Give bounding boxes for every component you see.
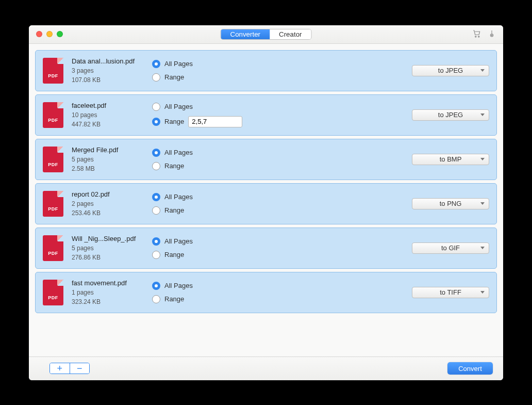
page-options: All Pages Range <box>152 282 193 303</box>
file-row[interactable]: PDF report 02.pdf 2 pages 253.46 KB All … <box>35 183 497 224</box>
pdf-icon: PDF <box>43 191 63 217</box>
format-column: to BMP <box>412 154 489 165</box>
file-size: 447.82 KB <box>72 121 144 128</box>
page-options: All Pages Range <box>152 193 193 215</box>
file-meta: Will _Nig...Sleep_.pdf 5 pages 276.86 KB <box>72 235 144 261</box>
page-options: All Pages Range <box>152 149 193 170</box>
label-all-pages: All Pages <box>164 193 193 201</box>
zoom-icon[interactable] <box>57 31 63 37</box>
format-value: to TIFF <box>440 288 461 296</box>
label-range: Range <box>164 73 184 81</box>
page-options: All Pages Range <box>152 60 193 82</box>
file-row[interactable]: PDF Merged File.pdf 5 pages 2.58 MB All … <box>35 139 497 180</box>
label-range: Range <box>164 295 184 303</box>
radio-range[interactable] <box>152 118 160 126</box>
mode-segmented-control: Converter Creator <box>221 29 312 40</box>
tab-converter[interactable]: Converter <box>221 29 270 39</box>
format-value: to PNG <box>440 200 462 207</box>
format-column: to JPEG <box>412 65 489 76</box>
label-all-pages: All Pages <box>164 237 193 245</box>
file-name: faceleet.pdf <box>72 102 144 109</box>
radio-all-pages[interactable] <box>152 193 160 201</box>
label-range: Range <box>164 251 184 258</box>
cart-icon[interactable] <box>472 29 481 40</box>
svg-point-1 <box>478 36 479 37</box>
tab-creator[interactable]: Creator <box>270 29 311 39</box>
file-pages: 3 pages <box>72 67 144 74</box>
file-size: 323.24 KB <box>72 298 144 305</box>
file-row[interactable]: PDF fast movement.pdf 1 pages 323.24 KB … <box>35 272 497 313</box>
radio-range[interactable] <box>152 295 160 303</box>
format-column: to JPEG <box>412 109 489 121</box>
format-dropdown[interactable]: to JPEG <box>412 65 489 76</box>
convert-button[interactable]: Convert <box>447 362 493 375</box>
file-name: fast movement.pdf <box>72 279 144 287</box>
format-value: to GIF <box>441 244 460 252</box>
file-size: 107.08 KB <box>72 76 144 84</box>
file-row[interactable]: PDF Data anal...lusion.pdf 3 pages 107.0… <box>35 50 497 91</box>
file-row[interactable]: PDF Will _Nig...Sleep_.pdf 5 pages 276.8… <box>35 228 497 269</box>
file-list: PDF Data anal...lusion.pdf 3 pages 107.0… <box>29 44 503 357</box>
format-column: to PNG <box>412 198 489 209</box>
label-range: Range <box>164 206 184 214</box>
radio-all-pages[interactable] <box>152 237 160 246</box>
radio-range[interactable] <box>152 162 160 170</box>
file-meta: faceleet.pdf 10 pages 447.82 KB <box>72 102 144 128</box>
radio-range[interactable] <box>152 251 160 259</box>
file-row[interactable]: PDF faceleet.pdf 10 pages 447.82 KB All … <box>35 94 497 136</box>
radio-all-pages[interactable] <box>152 282 160 290</box>
format-dropdown[interactable]: to JPEG <box>412 109 489 121</box>
svg-point-3 <box>491 35 492 36</box>
file-pages: 1 pages <box>72 289 144 296</box>
file-meta: Merged File.pdf 5 pages 2.58 MB <box>72 146 144 172</box>
format-dropdown[interactable]: to GIF <box>412 242 489 254</box>
file-name: Merged File.pdf <box>72 146 144 154</box>
radio-all-pages[interactable] <box>152 60 160 68</box>
file-size: 276.86 KB <box>72 254 144 261</box>
radio-range[interactable] <box>152 206 160 215</box>
format-dropdown[interactable]: to BMP <box>412 154 489 165</box>
pdf-icon: PDF <box>43 280 63 305</box>
label-all-pages: All Pages <box>164 149 193 156</box>
file-meta: Data anal...lusion.pdf 3 pages 107.08 KB <box>72 57 144 84</box>
file-name: report 02.pdf <box>72 190 144 198</box>
label-all-pages: All Pages <box>164 103 193 110</box>
thermometer-icon[interactable] <box>488 29 496 40</box>
label-range: Range <box>164 118 184 125</box>
file-meta: report 02.pdf 2 pages 253.46 KB <box>72 190 144 217</box>
titlebar: Converter Creator <box>29 25 503 44</box>
label-all-pages: All Pages <box>164 60 193 68</box>
range-input[interactable] <box>188 116 242 127</box>
format-column: to TIFF <box>412 287 489 298</box>
page-options: All Pages Range <box>152 237 193 259</box>
add-file-button[interactable]: + <box>50 363 70 374</box>
file-name: Data anal...lusion.pdf <box>72 57 144 65</box>
radio-range[interactable] <box>152 73 160 82</box>
pdf-icon: PDF <box>43 147 63 172</box>
file-size: 253.46 KB <box>72 209 144 217</box>
file-pages: 10 pages <box>72 111 144 119</box>
radio-all-pages[interactable] <box>152 103 160 111</box>
format-value: to JPEG <box>438 111 463 119</box>
svg-point-0 <box>475 36 476 37</box>
remove-file-button[interactable]: − <box>70 363 90 374</box>
label-all-pages: All Pages <box>164 282 193 289</box>
format-dropdown[interactable]: to TIFF <box>412 287 489 298</box>
file-pages: 5 pages <box>72 245 144 252</box>
file-name: Will _Nig...Sleep_.pdf <box>72 235 144 242</box>
window-controls <box>36 31 63 37</box>
format-dropdown[interactable]: to PNG <box>412 198 489 209</box>
add-remove-control: + − <box>49 363 90 374</box>
pdf-icon: PDF <box>43 235 63 261</box>
pdf-icon: PDF <box>43 58 63 84</box>
close-icon[interactable] <box>36 31 42 37</box>
minimize-icon[interactable] <box>46 31 53 37</box>
app-window: Converter Creator PDF Data anal...lusion… <box>29 25 503 380</box>
format-value: to JPEG <box>438 67 463 74</box>
footer: + − Convert <box>29 357 503 380</box>
file-size: 2.58 MB <box>72 165 144 172</box>
page-options: All Pages Range <box>152 103 242 127</box>
file-pages: 2 pages <box>72 200 144 207</box>
pdf-icon: PDF <box>43 102 63 128</box>
radio-all-pages[interactable] <box>152 149 160 157</box>
